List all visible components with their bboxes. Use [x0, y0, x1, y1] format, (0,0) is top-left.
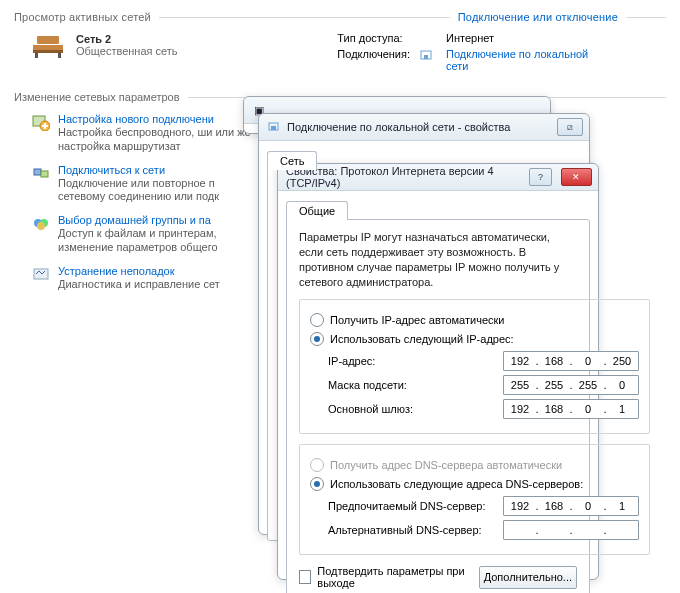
radio-dns-manual[interactable]	[310, 477, 324, 491]
svg-point-13	[37, 222, 45, 230]
svg-rect-1	[33, 50, 63, 53]
window-title: Свойства: Протокол Интернета версии 4 (T…	[286, 165, 514, 189]
tab-network[interactable]: Сеть	[267, 151, 317, 170]
task-item: Устранение неполадокДиагностика и исправ…	[32, 265, 252, 292]
validate-label: Подтвердить параметры при выходе	[317, 565, 478, 589]
subnet-mask-input[interactable]: 255. 255. 255. 0	[503, 375, 639, 395]
diagnose-icon	[32, 265, 50, 283]
task-description: Настройка беспроводного, ши или же настр…	[58, 126, 252, 154]
network-name: Сеть 2	[76, 33, 178, 45]
active-networks-title: Просмотр активных сетей	[14, 11, 151, 23]
close-button[interactable]: ⧄	[557, 118, 583, 136]
radio-ip-manual-label: Использовать следующий IP-адрес:	[330, 333, 514, 345]
active-networks-heading: Просмотр активных сетей Подключение или …	[14, 11, 666, 23]
connections-label: Подключения:	[337, 47, 418, 73]
radio-dns-auto	[310, 458, 324, 472]
ethernet-icon	[267, 120, 281, 134]
svg-rect-16	[271, 126, 276, 130]
task-description: Диагностика и исправление сет	[58, 278, 220, 292]
window-title: Подключение по локальной сети - свойства	[287, 121, 510, 133]
ipv4-note: Параметры IP могут назначаться автоматич…	[299, 230, 577, 289]
network-profile: Общественная сеть	[76, 45, 178, 57]
connect-disconnect-link[interactable]: Подключение или отключение	[458, 11, 618, 23]
ip-settings-group: Получить IP-адрес автоматически Использо…	[299, 299, 650, 434]
radio-dns-auto-label: Получить адрес DNS-сервера автоматически	[330, 459, 562, 471]
help-button[interactable]: ?	[529, 168, 552, 186]
ethernet-icon	[420, 48, 436, 62]
svg-rect-0	[33, 45, 63, 50]
radio-ip-manual[interactable]	[310, 332, 324, 346]
gateway-input[interactable]: 192. 168. 0. 1	[503, 399, 639, 419]
dns1-label: Предпочитаемый DNS-сервер:	[328, 500, 503, 512]
svg-rect-10	[41, 171, 48, 177]
plus-wizard-icon	[32, 113, 50, 131]
svg-rect-3	[58, 53, 61, 58]
close-button[interactable]: ✕	[561, 168, 592, 186]
svg-rect-4	[37, 36, 59, 44]
task-description: Доступ к файлам и принтерам, изменение п…	[58, 227, 252, 255]
network-bench-icon	[32, 33, 66, 59]
task-item: Выбор домашней группы и паДоступ к файла…	[32, 214, 252, 255]
ip-address-label: IP-адрес:	[328, 355, 503, 367]
svg-rect-9	[34, 169, 41, 175]
task-link[interactable]: Выбор домашней группы и па	[58, 214, 252, 226]
access-type-label: Тип доступа:	[337, 31, 418, 45]
svg-rect-2	[35, 53, 38, 58]
task-item: Подключиться к сетиПодключение или повто…	[32, 164, 252, 205]
window-ipv4-properties: Свойства: Протокол Интернета версии 4 (T…	[277, 163, 599, 580]
access-type-value: Интернет	[446, 31, 604, 45]
advanced-button[interactable]: Дополнительно...	[479, 566, 577, 589]
svg-rect-6	[424, 55, 428, 59]
task-description: Подключение или повторное п сетевому сое…	[58, 177, 252, 205]
tab-general[interactable]: Общие	[286, 201, 348, 220]
gateway-label: Основной шлюз:	[328, 403, 503, 415]
radio-ip-auto[interactable]	[310, 313, 324, 327]
homegroup-icon	[32, 214, 50, 232]
dns2-label: Альтернативный DNS-сервер:	[328, 524, 503, 536]
task-item: Настройка нового подключениНастройка бес…	[32, 113, 252, 154]
dns1-input[interactable]: 192. 168. 0. 1	[503, 496, 639, 516]
dns2-input[interactable]: . . .	[503, 520, 639, 540]
task-link[interactable]: Настройка нового подключени	[58, 113, 252, 125]
dns-settings-group: Получить адрес DNS-сервера автоматически…	[299, 444, 650, 555]
connection-link[interactable]: Подключение по локальной сети	[446, 48, 596, 72]
change-settings-title: Изменение сетевых параметров	[14, 91, 180, 103]
radio-dns-manual-label: Использовать следующие адреса DNS-сервер…	[330, 478, 583, 490]
validate-checkbox[interactable]	[299, 570, 311, 584]
task-link[interactable]: Устранение неполадок	[58, 265, 220, 277]
subnet-mask-label: Маска подсети:	[328, 379, 503, 391]
ip-address-input[interactable]: 192. 168. 0. 250	[503, 351, 639, 371]
task-link[interactable]: Подключиться к сети	[58, 164, 252, 176]
radio-ip-auto-label: Получить IP-адрес автоматически	[330, 314, 504, 326]
connect-icon	[32, 164, 50, 182]
